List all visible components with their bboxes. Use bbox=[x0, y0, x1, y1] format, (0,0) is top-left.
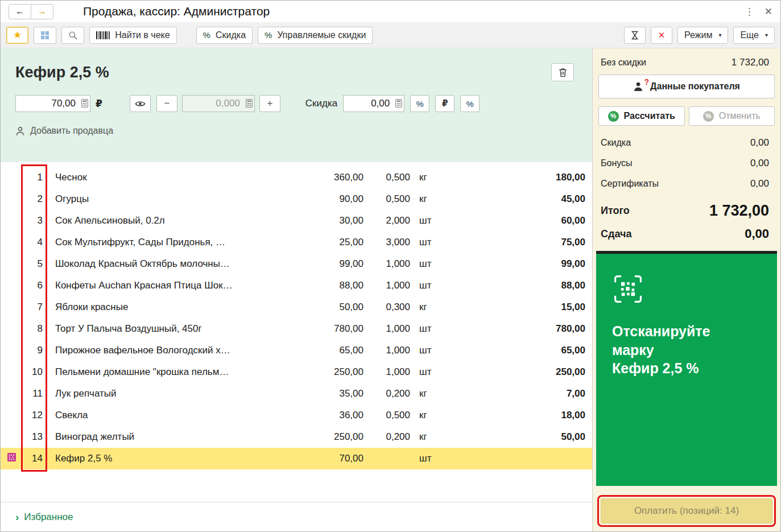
discount-label: Скидка bbox=[305, 98, 337, 109]
item-name: Пирожное вафельное Вологодский х… bbox=[43, 345, 295, 356]
summary-value: 0,00 bbox=[750, 158, 769, 169]
search-icon bbox=[68, 31, 77, 40]
price-input[interactable] bbox=[16, 96, 90, 112]
forward-button[interactable]: → bbox=[31, 4, 53, 19]
kebab-menu-button[interactable]: ⋮ bbox=[745, 7, 754, 17]
discount-actions: % Рассчитать % Отменить bbox=[598, 106, 775, 126]
chevron-down-icon: ▾ bbox=[765, 32, 768, 38]
item-quantity: 0,200 bbox=[363, 431, 410, 443]
item-total: 60,00 bbox=[443, 215, 585, 226]
titlebar: ← → Продажа, кассир: Администратор ⋮ ✕ bbox=[1, 1, 780, 22]
item-number: 5 bbox=[22, 258, 43, 270]
scan-message: Отсканируйте марку bbox=[612, 323, 710, 358]
item-price: 360,00 bbox=[295, 172, 363, 183]
table-row[interactable]: 4 Сок Мультифрукт, Сады Придонья, … 25,0… bbox=[1, 232, 592, 253]
calculator-icon[interactable] bbox=[246, 99, 253, 108]
favorites-star-button[interactable]: ★ bbox=[6, 27, 28, 44]
item-name: Торт У Палыча Воздушный, 450г bbox=[43, 323, 295, 335]
search-button[interactable] bbox=[61, 27, 84, 44]
toolbar-right-group: ✕ Режим ▾ Еще ▾ bbox=[624, 27, 775, 44]
items-list: 1 Чеснок 360,00 0,500 кг 180,00 2 Огурцы… bbox=[1, 167, 592, 469]
table-row[interactable]: 6 Конфеты Auchan Красная Птица Шок… 88,0… bbox=[1, 275, 592, 296]
item-quantity: 1,000 bbox=[363, 258, 410, 270]
table-row[interactable]: 5 Шоколад Красный Октябрь молочны… 99,00… bbox=[1, 253, 592, 275]
close-button[interactable]: ✕ bbox=[765, 7, 772, 17]
item-name: Конфеты Auchan Красная Птица Шок… bbox=[43, 280, 295, 291]
managed-discounts-button[interactable]: % Управляемые скидки bbox=[258, 27, 373, 44]
item-number: 3 bbox=[22, 215, 43, 226]
table-row[interactable]: 14 Кефир 2,5 % 70,00 шт bbox=[1, 448, 592, 469]
summary-row-bonuses: Бонусы 0,00 bbox=[596, 153, 777, 174]
more-dropdown-button[interactable]: Еще ▾ bbox=[733, 27, 775, 44]
discount-ruble-button[interactable]: ₽ bbox=[435, 95, 454, 112]
item-unit: кг bbox=[410, 302, 443, 313]
increase-quantity-button[interactable]: + bbox=[259, 95, 280, 112]
discount-percent-button[interactable]: % bbox=[410, 95, 429, 112]
summary-value: 0,00 bbox=[750, 178, 769, 189]
table-row[interactable]: 8 Торт У Палыча Воздушный, 450г 780,00 1… bbox=[1, 318, 592, 340]
item-number: 13 bbox=[22, 431, 43, 443]
item-unit: шт bbox=[410, 366, 443, 378]
decrease-quantity-button[interactable]: − bbox=[156, 95, 177, 112]
table-row[interactable]: 1 Чеснок 360,00 0,500 кг 180,00 bbox=[1, 167, 592, 188]
item-name: Лук репчатый bbox=[43, 388, 295, 399]
item-total: 18,00 bbox=[443, 410, 585, 421]
item-price: 65,00 bbox=[295, 345, 363, 356]
item-total: 15,00 bbox=[443, 302, 585, 313]
currency-label: ₽ bbox=[96, 98, 102, 110]
add-seller-button[interactable]: Добавить продавца bbox=[15, 126, 113, 136]
no-discount-label: Без скидки bbox=[601, 57, 646, 68]
percent-circle-icon: % bbox=[703, 111, 714, 122]
cancel-discount-button[interactable]: % Отменить bbox=[689, 106, 775, 126]
mode-dropdown-button[interactable]: Режим ▾ bbox=[677, 27, 728, 44]
item-quantity: 2,000 bbox=[363, 215, 410, 226]
product-title: Кефир 2,5 % bbox=[15, 63, 109, 81]
item-number: 4 bbox=[22, 237, 43, 248]
item-price: 50,00 bbox=[295, 302, 363, 313]
table-row[interactable]: 2 Огурцы 90,00 0,500 кг 45,00 bbox=[1, 188, 592, 210]
favorites-toggle[interactable]: › Избранное bbox=[1, 502, 592, 531]
discount-button[interactable]: % Скидка bbox=[196, 27, 253, 44]
back-button[interactable]: ← bbox=[9, 4, 31, 19]
pos-window: ← → Продажа, кассир: Администратор ⋮ ✕ ★ bbox=[0, 0, 781, 532]
person-icon bbox=[15, 126, 25, 136]
table-row[interactable]: 11 Лук репчатый 35,00 0,200 кг 7,00 bbox=[1, 383, 592, 405]
no-discount-value: 1 732,00 bbox=[732, 57, 769, 68]
cancel-receipt-button[interactable]: ✕ bbox=[651, 27, 672, 44]
delete-item-button[interactable] bbox=[551, 63, 574, 81]
item-quantity: 3,000 bbox=[363, 237, 410, 248]
calculator-icon[interactable] bbox=[81, 99, 88, 108]
table-row[interactable]: 13 Виноград желтый 250,00 0,200 кг 50,00 bbox=[1, 426, 592, 448]
hourglass-button[interactable] bbox=[624, 27, 646, 44]
table-row[interactable]: 7 Яблоки красные 50,00 0,300 кг 15,00 bbox=[1, 296, 592, 318]
calculate-button[interactable]: % Рассчитать bbox=[598, 106, 685, 126]
grid-icon bbox=[40, 31, 49, 40]
pay-button[interactable]: Оплатить (позиций: 14) bbox=[601, 498, 772, 523]
qr-scan-icon bbox=[612, 297, 644, 307]
find-in-check-button[interactable]: Найти в чеке bbox=[89, 27, 176, 44]
table-row[interactable]: 3 Сок Апельсиновый, 0.2л 30,00 2,000 шт … bbox=[1, 210, 592, 232]
view-price-button[interactable] bbox=[130, 95, 151, 112]
discount-percent-alt-button[interactable]: % bbox=[460, 95, 480, 112]
item-number: 11 bbox=[22, 388, 43, 399]
summary-value: 0,00 bbox=[750, 137, 769, 149]
calculator-icon[interactable] bbox=[395, 99, 402, 108]
summary-label: Бонусы bbox=[601, 158, 633, 168]
summary-row-certificates: Сертификаты 0,00 bbox=[596, 174, 777, 194]
item-total: 180,00 bbox=[443, 172, 585, 183]
item-total: 65,00 bbox=[443, 345, 585, 356]
pay-button-label: Оплатить (позиций: 14) bbox=[634, 505, 739, 516]
back-arrow-icon: ← bbox=[15, 6, 24, 17]
kebab-icon: ⋮ bbox=[745, 6, 754, 17]
item-name: Свекла bbox=[43, 410, 295, 421]
table-row[interactable]: 12 Свекла 36,00 0,500 кг 18,00 bbox=[1, 405, 592, 426]
item-edit-controls: ₽ − bbox=[15, 95, 577, 112]
no-discount-row: Без скидки 1 732,00 bbox=[596, 55, 777, 70]
quantity-input[interactable] bbox=[183, 96, 254, 112]
customer-data-button[interactable]: ? Данные покупателя bbox=[598, 75, 775, 98]
goods-grid-button[interactable] bbox=[34, 27, 56, 44]
table-row[interactable]: 10 Пельмени домашние "крошка пельм… 250,… bbox=[1, 361, 592, 383]
summary-panel: Без скидки 1 732,00 ? Данные покупателя … bbox=[593, 48, 780, 531]
item-total: 780,00 bbox=[443, 323, 585, 335]
table-row[interactable]: 9 Пирожное вафельное Вологодский х… 65,0… bbox=[1, 340, 592, 361]
